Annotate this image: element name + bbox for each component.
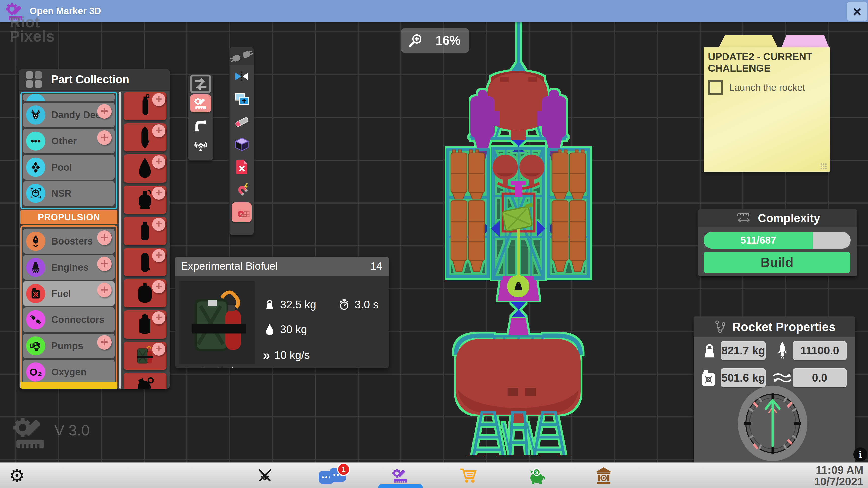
box-tool[interactable]: [230, 133, 254, 156]
category-item-boosters[interactable]: Boosters +: [23, 229, 115, 254]
note-task-row: Launch the rocket: [709, 80, 830, 95]
add-part-button[interactable]: +: [152, 124, 165, 137]
complexity-title: Complexity: [758, 211, 820, 225]
add-category-button[interactable]: +: [97, 283, 112, 297]
battle-button[interactable]: [254, 465, 276, 487]
close-button[interactable]: ×: [847, 1, 868, 21]
delete-file-tool[interactable]: [230, 156, 254, 178]
part-card-barrel-tank[interactable]: +: [124, 311, 166, 338]
add-category-button[interactable]: +: [97, 230, 112, 245]
category-list: Dandy Deer + Other + Pool: [19, 91, 119, 389]
category-item-pumps[interactable]: Pumps +: [23, 333, 115, 358]
add-part-button[interactable]: +: [152, 93, 165, 106]
part-card-teardrop-tank[interactable]: +: [124, 155, 166, 183]
category-item-engines[interactable]: Engines +: [23, 255, 115, 280]
active-tab-indicator: [378, 485, 423, 488]
bank-building-button[interactable]: [593, 465, 614, 487]
add-part-button[interactable]: +: [152, 218, 165, 231]
part-card-cylinder-tank[interactable]: +: [124, 217, 166, 245]
complexity-header: Complexity: [698, 209, 857, 227]
center-of-mass-indicator: [507, 275, 529, 297]
rocket-assembly[interactable]: [440, 20, 596, 455]
info-button[interactable]: i: [854, 447, 868, 461]
total-mass-value: 821.7 kg: [721, 341, 766, 360]
part-card-pointed-capsule[interactable]: +: [124, 123, 166, 152]
list-divider: [119, 92, 121, 389]
settings-button[interactable]: ⚙: [6, 465, 28, 487]
shop-button[interactable]: [457, 465, 479, 487]
challenge-note: UPDATE2 - CURRENT CHALLENGE Launch the r…: [704, 47, 830, 171]
duplicate-tool[interactable]: [230, 88, 254, 110]
add-part-button[interactable]: +: [152, 187, 165, 200]
stat-burn-time: 3.0 s: [338, 298, 378, 311]
builder-tab-button[interactable]: [390, 465, 411, 487]
time-label: 11:09 AM: [814, 464, 864, 476]
ellipsis-icon: [26, 132, 45, 151]
category-item-scrolled[interactable]: [23, 94, 115, 101]
connector-tool-header[interactable]: [230, 47, 254, 65]
part-collection-header[interactable]: Part Collection: [19, 69, 170, 91]
window-title-bar[interactable]: Open Marker 3D ×: [0, 0, 868, 22]
magnet-tool[interactable]: [230, 178, 254, 201]
task-label: Launch the rocket: [729, 82, 805, 93]
category-item-nsr[interactable]: NSR: [23, 181, 115, 206]
crossed-swords-icon: [256, 466, 274, 485]
part-card-experimental-biofuel[interactable]: +: [124, 341, 166, 370]
add-part-button[interactable]: +: [152, 156, 165, 168]
stat-fuel-amount: 30 kg: [264, 323, 307, 335]
add-part-button[interactable]: +: [152, 343, 165, 356]
suspension-tool[interactable]: [188, 135, 213, 156]
part-name: Experimental Biofuel: [181, 260, 278, 272]
add-part-button[interactable]: +: [152, 280, 165, 293]
category-item-pool[interactable]: Pool: [23, 155, 115, 180]
part-card-capsule-tank[interactable]: +: [124, 248, 166, 276]
category-item-oxygen[interactable]: O₂ Oxygen: [23, 360, 115, 384]
thrust-icon: [774, 340, 791, 360]
clock: 11:09 AM 10/7/2021: [814, 464, 864, 488]
zoom-control[interactable]: 16%: [401, 28, 469, 53]
snap-grid-tool[interactable]: [230, 201, 254, 224]
build-edit-tool[interactable]: [188, 93, 213, 114]
task-checkbox[interactable]: [709, 80, 722, 95]
engine-icon: [26, 258, 45, 277]
build-button[interactable]: Build: [704, 252, 850, 273]
plug-icon: [26, 310, 45, 329]
mirror-tool[interactable]: [230, 65, 254, 88]
measure-icon: [735, 213, 753, 224]
part-collection-title: Part Collection: [51, 73, 129, 86]
category-item-fuel[interactable]: Fuel +: [23, 281, 115, 306]
propulsion-section-header: PROPULSION: [20, 210, 118, 224]
tooltip-header: Experimental Biofuel 14: [175, 257, 389, 276]
diamond-pattern-icon: [26, 158, 45, 177]
category-item-connectors[interactable]: Connectors: [23, 307, 115, 332]
category-item-other[interactable]: Other +: [23, 129, 115, 154]
add-category-button[interactable]: +: [97, 130, 112, 145]
cube-scan-icon: [26, 184, 45, 203]
add-part-button[interactable]: +: [152, 249, 165, 262]
part-card-propane-tank[interactable]: +: [124, 186, 166, 214]
add-category-button[interactable]: +: [97, 104, 112, 119]
magnifier-plus-icon: [408, 33, 423, 48]
add-part-button[interactable]: +: [152, 312, 165, 325]
bank-savings-button[interactable]: $: [525, 465, 547, 487]
pipe-tool[interactable]: [188, 114, 213, 135]
note-resize-handle[interactable]: [820, 163, 827, 169]
part-card-round-tank[interactable]: +: [124, 279, 166, 307]
stopwatch-icon: [338, 299, 350, 311]
note-tab-yellow[interactable]: [718, 35, 778, 48]
piggy-bank-icon: $: [527, 466, 546, 485]
note-title: UPDATE2 - CURRENT CHALLENGE: [708, 51, 826, 74]
part-card-pump-part[interactable]: [124, 373, 166, 389]
add-category-button[interactable]: +: [97, 335, 112, 350]
chat-button[interactable]: 1: [318, 465, 349, 487]
version-watermark: V 3.0: [10, 413, 90, 453]
add-category-button[interactable]: +: [97, 257, 112, 271]
rocket-properties-header: Rocket Properties: [694, 317, 856, 337]
scrolled-category-icon: [26, 94, 45, 101]
note-tab-pink[interactable]: [781, 35, 830, 48]
part-card-extinguisher[interactable]: +: [124, 92, 166, 120]
eraser-tool[interactable]: [230, 110, 254, 133]
category-item-dandy-deer[interactable]: Dandy Deer +: [23, 103, 115, 127]
transfer-tool-header[interactable]: [188, 75, 213, 93]
category-scrollbar[interactable]: [20, 382, 118, 389]
